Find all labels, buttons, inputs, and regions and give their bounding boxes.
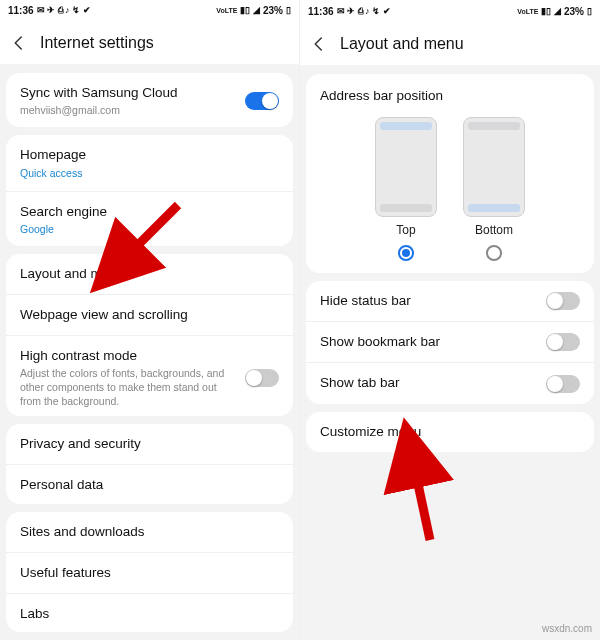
webpage-view-title: Webpage view and scrolling bbox=[20, 306, 279, 324]
status-carrier: VoLTE bbox=[216, 7, 237, 14]
status-time: 11:36 bbox=[308, 6, 334, 17]
address-bar-option-bottom[interactable]: Bottom bbox=[463, 117, 525, 261]
high-contrast-toggle[interactable] bbox=[245, 369, 279, 387]
status-battery: 23% bbox=[564, 6, 584, 17]
notification-icons: ✉ ✈ ⎙ ♪ ↯ ✔ bbox=[337, 7, 391, 16]
address-bar-section-title: Address bar position bbox=[320, 88, 580, 103]
hide-status-bar-toggle[interactable] bbox=[546, 292, 580, 310]
row-show-tab-bar[interactable]: Show tab bar bbox=[306, 362, 594, 403]
phone-preview-bottom bbox=[463, 117, 525, 217]
row-hide-status-bar[interactable]: Hide status bar bbox=[306, 281, 594, 321]
status-battery: 23% bbox=[263, 5, 283, 16]
header: Internet settings bbox=[0, 22, 299, 65]
back-icon[interactable] bbox=[10, 34, 28, 52]
labs-title: Labs bbox=[20, 605, 279, 623]
layout-menu-title: Layout and menu bbox=[20, 265, 279, 283]
search-engine-value: Google bbox=[20, 223, 279, 237]
show-tab-bar-title: Show tab bar bbox=[320, 374, 534, 392]
row-privacy-security[interactable]: Privacy and security bbox=[6, 424, 293, 464]
signal-icon: ▮▯ ◢ bbox=[541, 7, 561, 16]
row-high-contrast[interactable]: High contrast mode Adjust the colors of … bbox=[6, 335, 293, 416]
personal-data-title: Personal data bbox=[20, 476, 279, 494]
sync-title: Sync with Samsung Cloud bbox=[20, 84, 233, 102]
status-time: 11:36 bbox=[8, 5, 34, 16]
address-bar-top-label: Top bbox=[396, 223, 415, 237]
status-carrier: VoLTE bbox=[517, 8, 538, 15]
status-bar: 11:36 ✉ ✈ ⎙ ♪ ↯ ✔ VoLTE ▮▯ ◢ 23% ▯ bbox=[0, 0, 299, 22]
row-webpage-view[interactable]: Webpage view and scrolling bbox=[6, 294, 293, 335]
watermark: wsxdn.com bbox=[542, 623, 592, 634]
radio-top[interactable] bbox=[398, 245, 414, 261]
address-bar-option-top[interactable]: Top bbox=[375, 117, 437, 261]
row-sites-downloads[interactable]: Sites and downloads bbox=[6, 512, 293, 552]
show-bookmark-bar-toggle[interactable] bbox=[546, 333, 580, 351]
sync-account: mehviish@gmail.com bbox=[20, 104, 233, 118]
high-contrast-title: High contrast mode bbox=[20, 347, 233, 365]
screen-internet-settings: 11:36 ✉ ✈ ⎙ ♪ ↯ ✔ VoLTE ▮▯ ◢ 23% ▯ Inter… bbox=[0, 0, 300, 640]
page-title: Layout and menu bbox=[340, 35, 464, 53]
show-tab-bar-toggle[interactable] bbox=[546, 375, 580, 393]
row-sync-cloud[interactable]: Sync with Samsung Cloud mehviish@gmail.c… bbox=[6, 73, 293, 128]
row-useful-features[interactable]: Useful features bbox=[6, 552, 293, 593]
homepage-title: Homepage bbox=[20, 146, 279, 164]
hide-status-bar-title: Hide status bar bbox=[320, 292, 534, 310]
search-engine-title: Search engine bbox=[20, 203, 279, 221]
row-show-bookmark-bar[interactable]: Show bookmark bar bbox=[306, 321, 594, 362]
row-search-engine[interactable]: Search engine Google bbox=[6, 191, 293, 246]
notification-icons: ✉ ✈ ⎙ ♪ ↯ ✔ bbox=[37, 6, 91, 15]
status-bar: 11:36 ✉ ✈ ⎙ ♪ ↯ ✔ VoLTE ▮▯ ◢ 23% ▯ bbox=[300, 0, 600, 22]
high-contrast-desc: Adjust the colors of fonts, backgrounds,… bbox=[20, 367, 233, 408]
sites-downloads-title: Sites and downloads bbox=[20, 523, 279, 541]
customize-menu-title: Customize menu bbox=[320, 423, 580, 441]
header: Layout and menu bbox=[300, 22, 600, 66]
row-customize-menu[interactable]: Customize menu bbox=[306, 412, 594, 452]
sync-toggle[interactable] bbox=[245, 92, 279, 110]
homepage-value: Quick access bbox=[20, 167, 279, 181]
address-bar-position-section: Address bar position Top Bottom bbox=[306, 74, 594, 273]
radio-bottom[interactable] bbox=[486, 245, 502, 261]
address-bar-bottom-label: Bottom bbox=[475, 223, 513, 237]
phone-preview-top bbox=[375, 117, 437, 217]
row-labs[interactable]: Labs bbox=[6, 593, 293, 632]
privacy-title: Privacy and security bbox=[20, 435, 279, 453]
screen-layout-and-menu: 11:36 ✉ ✈ ⎙ ♪ ↯ ✔ VoLTE ▮▯ ◢ 23% ▯ Layou… bbox=[300, 0, 600, 640]
page-title: Internet settings bbox=[40, 34, 154, 52]
battery-icon: ▯ bbox=[587, 7, 592, 16]
signal-icon: ▮▯ ◢ bbox=[240, 6, 260, 15]
row-homepage[interactable]: Homepage Quick access bbox=[6, 135, 293, 191]
row-layout-and-menu[interactable]: Layout and menu bbox=[6, 254, 293, 294]
show-bookmark-bar-title: Show bookmark bar bbox=[320, 333, 534, 351]
back-icon[interactable] bbox=[310, 35, 328, 53]
useful-features-title: Useful features bbox=[20, 564, 279, 582]
row-personal-data[interactable]: Personal data bbox=[6, 464, 293, 504]
battery-icon: ▯ bbox=[286, 6, 291, 15]
